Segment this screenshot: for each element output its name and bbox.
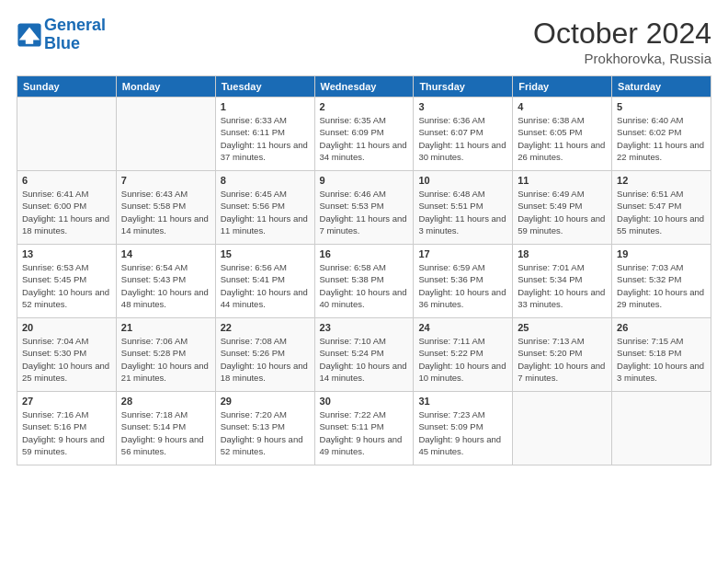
day-info: Sunrise: 6:59 AM Sunset: 5:36 PM Dayligh… [418, 261, 507, 310]
weekday-header: Sunday [17, 76, 117, 98]
day-number: 26 [617, 322, 706, 333]
day-info: Sunrise: 7:01 AM Sunset: 5:34 PM Dayligh… [518, 261, 607, 310]
calendar-cell: 3Sunrise: 6:36 AM Sunset: 6:07 PM Daylig… [414, 98, 513, 171]
day-number: 4 [518, 101, 607, 112]
calendar-cell: 19Sunrise: 7:03 AM Sunset: 5:32 PM Dayli… [612, 245, 711, 318]
day-info: Sunrise: 7:18 AM Sunset: 5:14 PM Dayligh… [121, 408, 210, 457]
calendar: SundayMondayTuesdayWednesdayThursdayFrid… [17, 75, 711, 465]
weekday-header: Tuesday [215, 76, 314, 98]
day-info: Sunrise: 7:20 AM Sunset: 5:13 PM Dayligh… [221, 408, 310, 457]
calendar-cell: 2Sunrise: 6:35 AM Sunset: 6:09 PM Daylig… [314, 98, 414, 171]
day-number: 17 [418, 248, 507, 259]
logo: General Blue [17, 17, 106, 53]
title-block: October 2024 Prokhorovka, Russia [533, 17, 711, 66]
weekday-header: Thursday [414, 76, 513, 98]
location: Prokhorovka, Russia [533, 51, 711, 66]
day-number: 6 [22, 175, 111, 186]
month-title: October 2024 [533, 17, 711, 51]
calendar-cell: 30Sunrise: 7:22 AM Sunset: 5:11 PM Dayli… [314, 392, 414, 465]
calendar-cell: 8Sunrise: 6:45 AM Sunset: 5:56 PM Daylig… [215, 171, 314, 245]
weekday-header: Saturday [612, 76, 711, 98]
page: General Blue October 2024 Prokhorovka, R… [0, 0, 728, 563]
calendar-cell: 10Sunrise: 6:48 AM Sunset: 5:51 PM Dayli… [414, 171, 513, 245]
day-info: Sunrise: 7:16 AM Sunset: 5:16 PM Dayligh… [22, 408, 111, 457]
day-number: 29 [221, 396, 310, 407]
day-info: Sunrise: 7:15 AM Sunset: 5:18 PM Dayligh… [617, 335, 706, 384]
calendar-cell: 5Sunrise: 6:40 AM Sunset: 6:02 PM Daylig… [612, 98, 711, 171]
day-number: 8 [221, 175, 310, 186]
day-info: Sunrise: 6:35 AM Sunset: 6:09 PM Dayligh… [320, 114, 409, 163]
calendar-cell: 9Sunrise: 6:46 AM Sunset: 5:53 PM Daylig… [314, 171, 414, 245]
day-number: 18 [518, 248, 607, 259]
day-number: 24 [418, 322, 507, 333]
day-number: 21 [121, 322, 210, 333]
calendar-cell [17, 98, 117, 171]
calendar-cell [513, 392, 612, 465]
day-info: Sunrise: 6:54 AM Sunset: 5:43 PM Dayligh… [121, 261, 210, 310]
day-info: Sunrise: 7:23 AM Sunset: 5:09 PM Dayligh… [418, 408, 507, 457]
day-number: 2 [320, 101, 409, 112]
calendar-cell: 27Sunrise: 7:16 AM Sunset: 5:16 PM Dayli… [17, 392, 117, 465]
day-info: Sunrise: 6:48 AM Sunset: 5:51 PM Dayligh… [418, 188, 507, 236]
calendar-cell: 13Sunrise: 6:53 AM Sunset: 5:45 PM Dayli… [17, 245, 117, 318]
calendar-week-row: 27Sunrise: 7:16 AM Sunset: 5:16 PM Dayli… [17, 392, 711, 465]
logo-line1: General [44, 16, 106, 34]
day-info: Sunrise: 7:06 AM Sunset: 5:28 PM Dayligh… [121, 335, 210, 384]
header: General Blue October 2024 Prokhorovka, R… [17, 17, 711, 66]
calendar-cell: 11Sunrise: 6:49 AM Sunset: 5:49 PM Dayli… [513, 171, 612, 245]
calendar-cell: 24Sunrise: 7:11 AM Sunset: 5:22 PM Dayli… [414, 318, 513, 392]
day-number: 20 [22, 322, 111, 333]
calendar-cell [116, 98, 215, 171]
weekday-header: Friday [513, 76, 612, 98]
day-info: Sunrise: 7:11 AM Sunset: 5:22 PM Dayligh… [418, 335, 507, 384]
calendar-cell: 18Sunrise: 7:01 AM Sunset: 5:34 PM Dayli… [513, 245, 612, 318]
day-info: Sunrise: 6:43 AM Sunset: 5:58 PM Dayligh… [121, 188, 210, 236]
day-info: Sunrise: 6:56 AM Sunset: 5:41 PM Dayligh… [221, 261, 310, 310]
calendar-cell: 22Sunrise: 7:08 AM Sunset: 5:26 PM Dayli… [215, 318, 314, 392]
day-number: 15 [221, 248, 310, 259]
day-info: Sunrise: 6:45 AM Sunset: 5:56 PM Dayligh… [221, 188, 310, 236]
day-info: Sunrise: 7:03 AM Sunset: 5:32 PM Dayligh… [617, 261, 706, 310]
logo-text: General Blue [44, 17, 106, 53]
day-number: 1 [221, 101, 310, 112]
day-info: Sunrise: 7:08 AM Sunset: 5:26 PM Dayligh… [221, 335, 310, 384]
day-info: Sunrise: 6:33 AM Sunset: 6:11 PM Dayligh… [221, 114, 310, 163]
day-number: 9 [320, 175, 409, 186]
svg-rect-2 [26, 38, 33, 44]
day-number: 25 [518, 322, 607, 333]
calendar-cell: 29Sunrise: 7:20 AM Sunset: 5:13 PM Dayli… [215, 392, 314, 465]
calendar-week-row: 20Sunrise: 7:04 AM Sunset: 5:30 PM Dayli… [17, 318, 711, 392]
day-number: 3 [418, 101, 507, 112]
day-info: Sunrise: 7:10 AM Sunset: 5:24 PM Dayligh… [320, 335, 409, 384]
calendar-cell: 28Sunrise: 7:18 AM Sunset: 5:14 PM Dayli… [116, 392, 215, 465]
day-number: 13 [22, 248, 111, 259]
calendar-cell: 16Sunrise: 6:58 AM Sunset: 5:38 PM Dayli… [314, 245, 414, 318]
day-info: Sunrise: 7:13 AM Sunset: 5:20 PM Dayligh… [518, 335, 607, 384]
calendar-cell: 20Sunrise: 7:04 AM Sunset: 5:30 PM Dayli… [17, 318, 117, 392]
day-number: 19 [617, 248, 706, 259]
weekday-header: Monday [116, 76, 215, 98]
day-number: 27 [22, 396, 111, 407]
calendar-cell: 12Sunrise: 6:51 AM Sunset: 5:47 PM Dayli… [612, 171, 711, 245]
day-info: Sunrise: 6:46 AM Sunset: 5:53 PM Dayligh… [320, 188, 409, 236]
day-number: 7 [121, 175, 210, 186]
day-info: Sunrise: 7:22 AM Sunset: 5:11 PM Dayligh… [320, 408, 409, 457]
calendar-cell: 23Sunrise: 7:10 AM Sunset: 5:24 PM Dayli… [314, 318, 414, 392]
calendar-cell: 14Sunrise: 6:54 AM Sunset: 5:43 PM Dayli… [116, 245, 215, 318]
logo-icon [17, 22, 42, 48]
day-info: Sunrise: 7:04 AM Sunset: 5:30 PM Dayligh… [22, 335, 111, 384]
calendar-cell: 25Sunrise: 7:13 AM Sunset: 5:20 PM Dayli… [513, 318, 612, 392]
calendar-week-row: 1Sunrise: 6:33 AM Sunset: 6:11 PM Daylig… [17, 98, 711, 171]
day-number: 14 [121, 248, 210, 259]
calendar-cell: 1Sunrise: 6:33 AM Sunset: 6:11 PM Daylig… [215, 98, 314, 171]
calendar-cell: 31Sunrise: 7:23 AM Sunset: 5:09 PM Dayli… [414, 392, 513, 465]
day-number: 10 [418, 175, 507, 186]
calendar-cell: 26Sunrise: 7:15 AM Sunset: 5:18 PM Dayli… [612, 318, 711, 392]
day-info: Sunrise: 6:49 AM Sunset: 5:49 PM Dayligh… [518, 188, 607, 236]
day-number: 30 [320, 396, 409, 407]
day-info: Sunrise: 6:53 AM Sunset: 5:45 PM Dayligh… [22, 261, 111, 310]
calendar-cell [612, 392, 711, 465]
day-number: 22 [221, 322, 310, 333]
calendar-cell: 6Sunrise: 6:41 AM Sunset: 6:00 PM Daylig… [17, 171, 117, 245]
day-number: 16 [320, 248, 409, 259]
